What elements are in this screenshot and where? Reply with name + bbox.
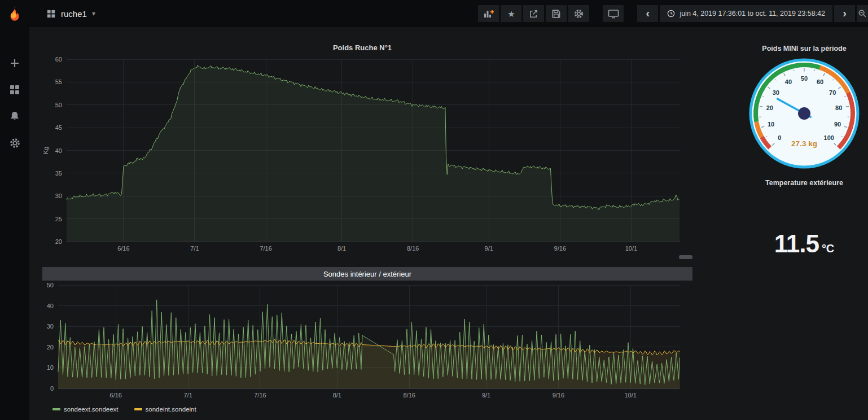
add-panel-icon <box>483 8 494 19</box>
svg-text:8/1: 8/1 <box>333 392 341 399</box>
legend-label-sondeint: sondeint.sondeint <box>146 406 196 413</box>
svg-text:9/1: 9/1 <box>482 392 490 399</box>
dashboard-title[interactable]: ruche1 <box>61 9 87 19</box>
clock-icon <box>667 10 675 18</box>
svg-text:8/16: 8/16 <box>407 245 419 252</box>
svg-text:6/16: 6/16 <box>117 245 129 252</box>
poids-chart[interactable]: 2025303540455055606/167/17/168/18/169/19… <box>32 31 692 266</box>
save-icon <box>551 9 561 19</box>
bell-icon <box>9 111 20 122</box>
right-column: Poids MINI sur la période 01020304050607… <box>746 31 862 415</box>
svg-text:40: 40 <box>785 78 792 85</box>
svg-text:30: 30 <box>47 323 54 330</box>
sidebar-item-create[interactable] <box>8 56 21 70</box>
sidebar <box>0 0 29 420</box>
svg-text:50: 50 <box>55 102 62 108</box>
gear-icon <box>9 137 21 149</box>
svg-text:40: 40 <box>55 147 62 154</box>
panel-title-sondes: Sondes intérieur / extérieur <box>323 270 411 278</box>
sondes-chart[interactable]: 010203040506/167/17/168/18/169/19/1610/1 <box>42 281 692 407</box>
svg-text:100: 100 <box>824 134 834 141</box>
svg-text:20: 20 <box>55 238 62 245</box>
panel-sondes: Sondes intérieur / extérieur 01020304050… <box>42 267 692 417</box>
svg-text:9/1: 9/1 <box>485 245 493 252</box>
chevron-left-icon: ‹ <box>646 7 650 20</box>
time-forward-button[interactable]: › <box>834 5 855 22</box>
panel-header-sondes[interactable]: Sondes intérieur / extérieur <box>42 267 692 281</box>
chart-legend: sondeext.sondeext sondeint.sondeint <box>52 406 196 413</box>
chevron-right-icon: › <box>843 7 847 20</box>
svg-text:10: 10 <box>768 121 774 128</box>
zoom-out-icon <box>858 9 867 19</box>
top-navbar: ruche1 ▾ ★ <box>29 0 868 27</box>
svg-text:8/1: 8/1 <box>337 245 346 252</box>
svg-text:20: 20 <box>47 344 54 351</box>
grafana-logo[interactable] <box>0 0 29 28</box>
panel-title-poids[interactable]: Poids Ruche N°1 <box>32 43 692 52</box>
panel-title-temperature[interactable]: Temperature extérieure <box>746 179 862 187</box>
svg-text:6/16: 6/16 <box>110 392 122 399</box>
svg-text:10/1: 10/1 <box>625 392 637 399</box>
add-panel-button[interactable] <box>478 5 499 22</box>
svg-text:50: 50 <box>801 75 808 82</box>
legend-label-sondeext: sondeext.sondeext <box>64 406 119 413</box>
svg-text:8/16: 8/16 <box>403 392 415 399</box>
panel-title-poids-mini[interactable]: Poids MINI sur la période <box>746 45 862 53</box>
temperature-value: 11.5 <box>774 230 819 257</box>
sidebar-item-configuration[interactable] <box>8 136 21 150</box>
svg-text:90: 90 <box>834 121 841 128</box>
svg-text:55: 55 <box>55 78 62 85</box>
svg-text:10: 10 <box>47 364 54 371</box>
chevron-down-icon[interactable]: ▾ <box>92 10 95 18</box>
svg-text:7/1: 7/1 <box>190 245 199 252</box>
legend-item-sondeext[interactable]: sondeext.sondeext <box>52 406 119 413</box>
svg-text:25: 25 <box>55 216 62 222</box>
time-back-button[interactable]: ‹ <box>637 5 658 22</box>
svg-text:9/16: 9/16 <box>553 392 564 399</box>
grafana-dashboard: ruche1 ▾ ★ <box>0 0 868 420</box>
temperature-unit: °C <box>822 242 834 255</box>
legend-color-sondeext <box>52 408 60 410</box>
sidebar-item-dashboards[interactable] <box>8 83 21 97</box>
svg-text:80: 80 <box>835 104 842 111</box>
save-button[interactable] <box>546 5 567 22</box>
legend-item-sondeint[interactable]: sondeint.sondeint <box>134 406 196 413</box>
svg-text:0: 0 <box>50 385 54 392</box>
panel-poids-ruche: 2025303540455055606/167/17/168/18/169/19… <box>32 31 692 264</box>
svg-text:0: 0 <box>778 134 781 141</box>
svg-text:7/1: 7/1 <box>183 392 192 399</box>
svg-text:45: 45 <box>55 124 62 131</box>
svg-text:Kg: Kg <box>42 147 49 154</box>
svg-text:40: 40 <box>47 303 54 309</box>
dashboard-icon <box>46 9 56 19</box>
poids-mini-gauge: 010203040506070809010027.3 kg <box>747 56 862 171</box>
svg-text:7/16: 7/16 <box>254 392 266 399</box>
share-button[interactable] <box>523 5 544 22</box>
tv-icon <box>608 8 619 19</box>
svg-text:70: 70 <box>829 89 836 96</box>
plus-icon <box>9 58 20 69</box>
svg-text:20: 20 <box>766 104 773 111</box>
svg-text:60: 60 <box>817 78 823 85</box>
dashboards-grid-icon <box>9 84 20 95</box>
svg-text:35: 35 <box>55 170 62 177</box>
svg-text:30: 30 <box>773 89 779 96</box>
dashboard-settings-button[interactable] <box>568 5 589 22</box>
star-icon: ★ <box>507 10 515 18</box>
scrollbar-thumb[interactable] <box>679 255 692 259</box>
share-icon <box>529 9 538 19</box>
tv-mode-button[interactable] <box>603 5 624 22</box>
svg-text:30: 30 <box>55 193 62 199</box>
time-range-label: juin 4, 2019 17:36:01 to oct. 11, 2019 2… <box>680 10 825 18</box>
temperature-stat: 11.5°C <box>746 230 862 258</box>
time-range-picker[interactable]: juin 4, 2019 17:36:01 to oct. 11, 2019 2… <box>660 5 832 22</box>
zoom-out-button[interactable] <box>857 5 868 22</box>
legend-color-sondeint <box>134 408 142 410</box>
grafana-flame-icon <box>5 5 24 24</box>
star-button[interactable]: ★ <box>501 5 521 22</box>
svg-text:10/1: 10/1 <box>625 245 637 252</box>
sidebar-item-alerting[interactable] <box>8 110 21 123</box>
svg-text:60: 60 <box>55 56 62 63</box>
svg-text:7/16: 7/16 <box>260 245 271 252</box>
svg-text:9/16: 9/16 <box>554 245 566 252</box>
